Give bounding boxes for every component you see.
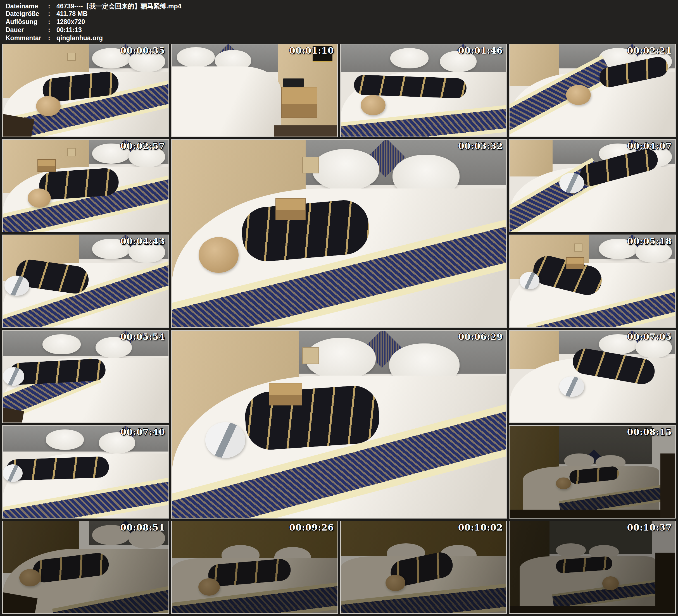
nightstand [37, 159, 55, 172]
video-thumbnail: 00:08:51 [2, 521, 169, 614]
wall-prop [67, 53, 76, 61]
field-label: Kommentar [6, 34, 48, 42]
video-thumbnail-large: 00:03:32 [171, 139, 507, 328]
hood [559, 173, 584, 193]
bound-figure [38, 167, 120, 200]
video-frame-preview [510, 44, 675, 137]
field-label: Dauer [6, 26, 48, 34]
pillow [312, 149, 379, 190]
wall [510, 140, 553, 177]
video-thumbnail-large: 00:06:29 [171, 330, 507, 518]
dim-overlay [3, 521, 168, 614]
file-info-row: Dateigröße:411.78 MB [6, 10, 678, 18]
timestamp-overlay: 00:07:40 [120, 427, 165, 437]
hood [3, 464, 23, 482]
video-thumbnail: 00:05:54 [2, 330, 169, 423]
video-thumbnail: 00:07:05 [509, 330, 676, 423]
hood [520, 272, 539, 290]
hood [199, 237, 239, 273]
video-frame-preview [3, 331, 168, 423]
timestamp-overlay: 00:04:43 [120, 236, 165, 246]
thumbnail-grid: 00:00:35 00:01:10 00:01:46 00:02:21 00:0 [2, 44, 676, 614]
pillow [177, 47, 215, 67]
video-thumbnail: 00:07:40 [2, 425, 169, 518]
video-thumbnail: 00:04:43 [2, 235, 169, 328]
video-thumbnail: 00:01:46 [340, 44, 507, 137]
timestamp-overlay: 00:08:51 [120, 523, 165, 533]
video-frame-preview [172, 140, 506, 327]
dim-overlay [510, 521, 675, 614]
timestamp-overlay: 00:05:18 [627, 236, 672, 246]
nightstand [566, 257, 584, 269]
video-thumbnail: 00:09:26 [171, 521, 338, 614]
wall-prop [302, 157, 319, 174]
hood [361, 95, 385, 115]
timestamp-overlay: 00:06:29 [458, 332, 503, 342]
field-separator: : [48, 2, 57, 10]
file-info-row: Auflösung:1280x720 [6, 18, 678, 26]
field-separator: : [48, 34, 57, 42]
nightstand [269, 383, 302, 406]
video-frame-preview [341, 44, 506, 137]
file-info-row: Dateiname:46739----【我一定会回来的】驷马紧缚.mp4 [6, 2, 678, 10]
telephone [283, 78, 304, 87]
video-frame-preview [3, 140, 168, 232]
timestamp-overlay: 00:02:57 [120, 141, 165, 151]
video-thumbnail: 00:04:07 [509, 139, 676, 233]
field-separator: : [48, 26, 57, 34]
video-thumbnail: 00:10:37 [509, 521, 676, 614]
hood [28, 189, 51, 208]
field-separator: : [48, 18, 57, 26]
timestamp-overlay: 00:02:21 [627, 45, 672, 55]
video-frame-preview [3, 44, 168, 137]
bound-figure [240, 198, 371, 263]
field-label: Dateiname [6, 2, 48, 10]
video-frame-preview [3, 235, 168, 327]
duration-value: 00:11:13 [57, 26, 82, 34]
hood [559, 376, 584, 396]
video-thumbnail: 00:02:21 [509, 44, 676, 137]
nightstand [275, 198, 306, 221]
file-info-header: Dateiname:46739----【我一定会回来的】驷马紧缚.mp4 Dat… [0, 0, 678, 44]
video-frame-preview [341, 521, 506, 614]
floor [274, 125, 337, 137]
field-separator: : [48, 10, 57, 17]
video-frame-preview [510, 331, 675, 423]
video-thumbnail: 00:02:57 [2, 139, 169, 233]
wall-prop [67, 148, 76, 156]
video-frame-preview [172, 44, 337, 137]
video-contact-sheet: Dateiname:46739----【我一定会回来的】驷马紧缚.mp4 Dat… [0, 0, 678, 616]
field-label: Dateigröße [6, 10, 48, 17]
video-frame-preview [510, 521, 675, 614]
video-thumbnail: 00:01:10 [171, 44, 338, 137]
bed-sheets [172, 67, 281, 136]
filesize-value: 411.78 MB [57, 10, 87, 17]
timestamp-overlay: 00:10:37 [627, 523, 672, 533]
timestamp-overlay: 00:09:26 [289, 523, 334, 533]
pillow [390, 48, 428, 68]
comment-value: qinglanhua.org [57, 34, 103, 42]
video-frame-preview [510, 426, 675, 518]
video-frame-preview [3, 521, 168, 614]
wall-prop [302, 347, 319, 364]
timestamp-overlay: 00:04:07 [627, 141, 672, 151]
hood [205, 422, 246, 458]
dim-overlay [341, 521, 506, 614]
file-info-row: Dauer:00:11:13 [6, 26, 678, 34]
timestamp-overlay: 00:08:15 [627, 427, 672, 437]
hood [36, 96, 61, 116]
video-frame-preview [172, 521, 337, 614]
dim-overlay [172, 521, 337, 614]
filename-value: 46739----【我一定会回来的】驷马紧缚.mp4 [57, 2, 181, 11]
video-thumbnail: 00:08:15 [509, 425, 676, 518]
video-frame-preview [3, 426, 168, 518]
video-thumbnail: 00:00:35 [2, 44, 169, 137]
video-frame-preview [510, 235, 675, 327]
nightstand [281, 87, 317, 118]
resolution-value: 1280x720 [57, 18, 85, 26]
bound-figure [243, 384, 381, 451]
file-info-row: Kommentar:qinglanhua.org [6, 34, 678, 42]
timestamp-overlay: 00:03:32 [458, 141, 503, 151]
timestamp-overlay: 00:01:46 [458, 45, 503, 55]
timestamp-overlay: 00:00:35 [120, 45, 165, 55]
